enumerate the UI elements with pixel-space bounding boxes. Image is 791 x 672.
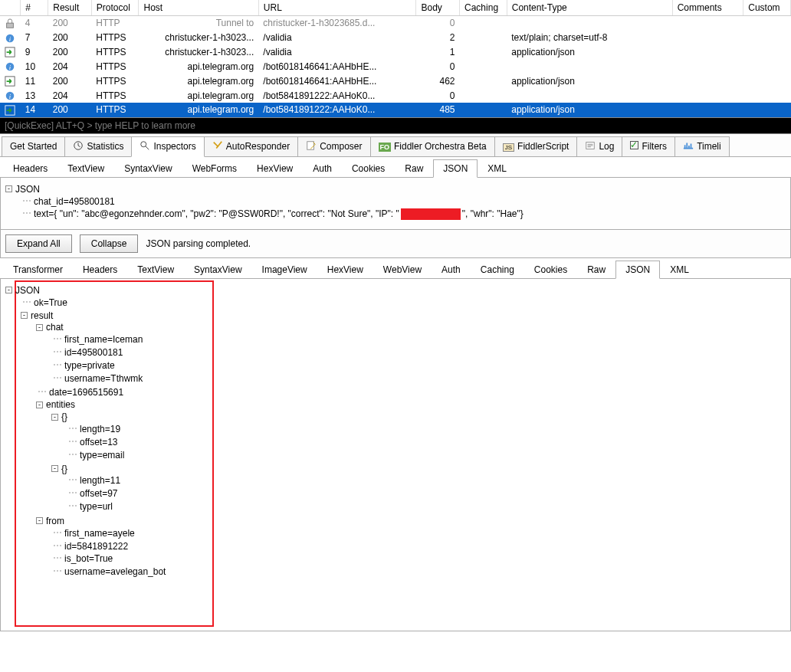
resp-subtab-headers[interactable]: Headers — [73, 261, 127, 278]
session-type-icon — [0, 103, 21, 117]
session-type-icon: i — [0, 31, 21, 45]
parse-status: JSON parsing completed. — [146, 238, 251, 249]
session-type-icon: i — [0, 59, 21, 74]
session-type-icon — [0, 16, 21, 31]
resp-subtab-raw[interactable]: Raw — [577, 261, 615, 278]
svg-rect-12 — [307, 142, 314, 150]
session-row[interactable]: i13204HTTPSapi.telegram.org/bot584189122… — [0, 88, 791, 103]
resp-subtab-hexview[interactable]: HexView — [317, 261, 373, 278]
tree-leaf: username=avelegan_bot — [64, 566, 166, 577]
tree-toggle-icon[interactable]: - — [51, 414, 58, 421]
session-proto: HTTPS — [91, 74, 139, 88]
resp-subtab-auth[interactable]: Auth — [432, 261, 471, 278]
session-proto: HTTPS — [91, 45, 139, 60]
resp-subtab-webview[interactable]: WebView — [373, 261, 432, 278]
session-cache — [460, 16, 507, 31]
collapse-button[interactable]: Collapse — [80, 234, 139, 253]
session-result: 200 — [48, 16, 92, 31]
tab-label: Inspectors — [153, 141, 195, 152]
session-host: christucker-1-h3023... — [139, 45, 258, 60]
resp-subtab-syntaxview[interactable]: SyntaxView — [184, 261, 251, 278]
req-subtab-hexview[interactable]: HexView — [247, 159, 303, 177]
req-subtab-xml[interactable]: XML — [478, 159, 517, 177]
sessions-grid[interactable]: # Result Protocol Host URL Body Caching … — [0, 0, 791, 117]
col-cache[interactable]: Caching — [460, 0, 507, 16]
req-subtab-webforms[interactable]: WebForms — [182, 159, 247, 177]
col-comm[interactable]: Comments — [672, 0, 743, 16]
tree-leaf: length=19 — [80, 424, 120, 434]
tree-leaf: first_name=Iceman — [64, 334, 143, 345]
resp-subtab-cookies[interactable]: Cookies — [524, 261, 577, 278]
resp-subtab-transformer[interactable]: Transformer — [3, 261, 73, 278]
tree-node-entities: entities — [46, 399, 75, 410]
session-row[interactable]: 4200HTTPTunnel tochristucker-1-h3023685.… — [0, 16, 791, 31]
quickexec-bar[interactable]: [QuickExec] ALT+Q > type HELP to learn m… — [0, 117, 791, 134]
main-tab-autoresponder[interactable]: AutoResponder — [204, 136, 298, 156]
main-tab-fiddler-orchestra-beta[interactable]: FOFiddler Orchestra Beta — [370, 136, 495, 156]
session-body: 0 — [416, 16, 460, 31]
main-tab-log[interactable]: Log — [576, 136, 622, 156]
req-subtab-syntaxview[interactable]: SyntaxView — [114, 159, 182, 177]
session-row[interactable]: i10204HTTPSapi.telegram.org/bot601814664… — [0, 59, 791, 74]
req-subtab-json[interactable]: JSON — [433, 159, 478, 178]
tab-icon — [683, 140, 694, 153]
tree-toggle-icon[interactable]: - — [5, 185, 12, 192]
req-subtab-headers[interactable]: Headers — [3, 159, 57, 177]
tree-toggle-icon[interactable]: - — [51, 465, 58, 472]
session-result: 200 — [48, 74, 92, 88]
tab-label: Timeli — [697, 141, 721, 152]
req-subtab-raw[interactable]: Raw — [395, 159, 433, 177]
session-proto: HTTPS — [91, 103, 139, 117]
col-cust[interactable]: Custom — [743, 0, 791, 16]
resp-subtab-json[interactable]: JSON — [615, 261, 660, 279]
session-row[interactable]: i7200HTTPSchristucker-1-h3023.../validia… — [0, 31, 791, 45]
resp-subtab-caching[interactable]: Caching — [471, 261, 524, 278]
resp-subtab-textview[interactable]: TextView — [127, 261, 184, 278]
session-comments — [672, 74, 743, 88]
expand-all-button[interactable]: Expand All — [5, 234, 72, 253]
req-subtab-textview[interactable]: TextView — [57, 159, 114, 177]
tree-leaf: first_name=ayele — [64, 528, 135, 539]
session-num: 7 — [21, 31, 48, 45]
resp-subtab-xml[interactable]: XML — [660, 261, 699, 278]
session-row[interactable]: 14200HTTPSapi.telegram.org/bot5841891222… — [0, 103, 791, 117]
main-tab-fiddlerscript[interactable]: JSFiddlerScript — [494, 136, 578, 156]
col-body[interactable]: Body — [416, 0, 460, 16]
tree-leaf: type=email — [80, 450, 124, 461]
tree-toggle-icon[interactable]: - — [21, 312, 28, 319]
response-json-pane: -JSON ⋯ok=True -result -chat ⋯first_name… — [0, 279, 791, 631]
tree-toggle-icon[interactable]: - — [36, 402, 43, 408]
session-result: 200 — [48, 45, 92, 60]
main-tab-statistics[interactable]: Statistics — [64, 136, 132, 156]
tree-leaf: date=1696515691 — [49, 386, 123, 397]
session-result: 200 — [48, 103, 92, 117]
session-body: 485 — [416, 103, 460, 117]
req-subtab-cookies[interactable]: Cookies — [342, 159, 395, 177]
session-row[interactable]: 9200HTTPSchristucker-1-h3023.../validia1… — [0, 45, 791, 60]
tree-toggle-icon[interactable]: - — [5, 287, 12, 293]
req-subtab-auth[interactable]: Auth — [303, 159, 342, 177]
col-proto[interactable]: Protocol — [91, 0, 139, 16]
tab-label: Composer — [320, 141, 362, 152]
session-host: api.telegram.org — [139, 74, 258, 88]
main-tab-get-started[interactable]: Get Started — [2, 136, 65, 156]
session-custom — [743, 16, 791, 31]
col-url[interactable]: URL — [258, 0, 416, 16]
tree-toggle-icon[interactable]: - — [36, 324, 43, 331]
main-tab-timeli[interactable]: Timeli — [674, 136, 730, 156]
resp-subtab-imageview[interactable]: ImageView — [252, 261, 317, 278]
session-comments — [672, 45, 743, 60]
session-row[interactable]: 11200HTTPSapi.telegram.org/bot6018146641… — [0, 74, 791, 88]
main-tab-filters[interactable]: Filters — [622, 136, 675, 156]
col-ctype[interactable]: Content-Type — [507, 0, 672, 16]
session-url: /bot5841891222:AAHoK0... — [258, 103, 416, 117]
main-tab-inspectors[interactable]: Inspectors — [131, 136, 204, 157]
session-body: 1 — [416, 45, 460, 60]
col-result[interactable]: Result — [48, 0, 92, 16]
session-comments — [672, 59, 743, 74]
col-num[interactable]: # — [21, 0, 48, 16]
main-tab-composer[interactable]: Composer — [297, 136, 370, 156]
tree-toggle-icon[interactable]: - — [36, 517, 43, 524]
session-proto: HTTPS — [91, 31, 139, 45]
col-host[interactable]: Host — [139, 0, 258, 16]
